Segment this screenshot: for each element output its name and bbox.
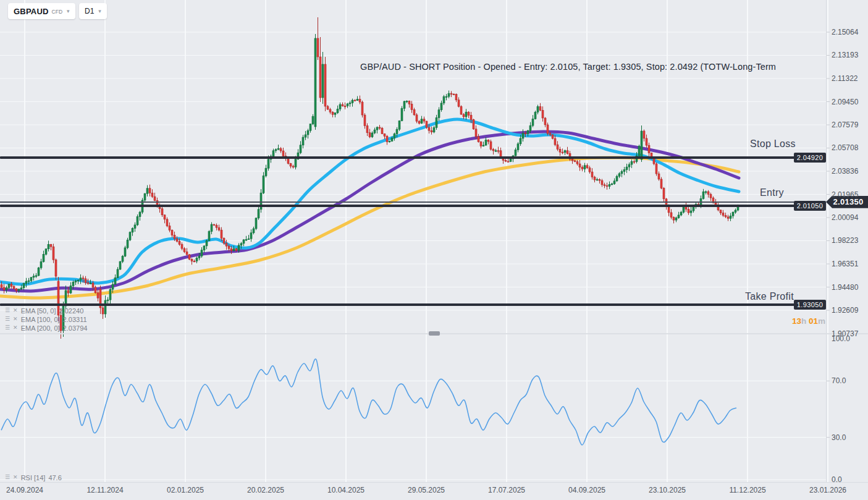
date-axis-label: 23.10.2025 xyxy=(649,486,686,494)
countdown-minutes: 01 xyxy=(809,316,818,326)
date-axis-label: 29.05.2025 xyxy=(408,486,445,494)
position-title: GBP/AUD - SHORT Position - Opened - Entr… xyxy=(360,62,776,72)
take-profit-price-label[interactable]: 1.93050 xyxy=(794,300,826,310)
price-axis-tick: 1.96351 xyxy=(832,260,858,268)
price-axis-tick: 2.03836 xyxy=(832,167,858,176)
legend-value: 2.03794 xyxy=(63,324,88,332)
price-axis-tick: 2.13193 xyxy=(832,51,858,59)
price-axis-tick: 1.92609 xyxy=(832,306,858,315)
date-axis-label: 20.02.2025 xyxy=(247,486,284,494)
indicator-remove-icon[interactable]: ✕ xyxy=(13,324,18,331)
chevron-down-icon: ▾ xyxy=(67,8,70,14)
symbol-label: GBPAUD xyxy=(14,7,49,16)
instrument-type-label: CFD xyxy=(52,9,62,15)
date-axis-label: 23.01.2026 xyxy=(809,486,846,494)
ema200-line xyxy=(0,158,739,298)
countdown-hours-unit: h xyxy=(801,316,806,326)
legend-label: RSI [14] xyxy=(21,474,46,481)
indicator-remove-icon[interactable]: ✕ xyxy=(13,307,18,314)
price-axis-tick: 2.01965 xyxy=(832,190,858,199)
legend-label: EMA [100, 0] xyxy=(21,316,60,323)
indicator-remove-icon[interactable]: ✕ xyxy=(13,316,18,323)
price-axis-tick: 1.94480 xyxy=(832,283,858,292)
legend-value: 2.03311 xyxy=(63,316,87,323)
rsi-axis-tick: 70.0 xyxy=(832,376,846,385)
date-axis-label: 04.09.2025 xyxy=(568,486,605,494)
date-axis-label: 10.04.2025 xyxy=(327,486,364,494)
legend-value: 2.02240 xyxy=(59,307,84,315)
timeframe-button[interactable]: D1 ▾ xyxy=(79,3,107,19)
date-axis-label: 17.07.2025 xyxy=(488,486,525,494)
legend-value: 47.6 xyxy=(48,474,61,481)
countdown-hours: 13 xyxy=(792,316,801,326)
indicator-settings-icon[interactable]: ☰ xyxy=(5,324,10,331)
price-axis-tick: 2.00094 xyxy=(832,213,858,222)
current-price-line xyxy=(0,201,826,203)
entry-line[interactable] xyxy=(0,205,826,207)
price-axis-tick: 1.98223 xyxy=(832,236,858,245)
indicator-settings-icon[interactable]: ☰ xyxy=(5,316,10,323)
take-profit-text: Take Profit xyxy=(745,291,794,302)
legend-ema50: ☰✕ EMA [50, 0] 2.02240 xyxy=(5,307,83,315)
date-axis-label: 24.09.2024 xyxy=(6,486,43,494)
price-axis-tick: 2.07579 xyxy=(832,121,858,129)
take-profit-line[interactable] xyxy=(0,303,826,306)
indicator-settings-icon[interactable]: ☰ xyxy=(5,307,10,314)
price-axis-tick: 2.15064 xyxy=(832,28,858,36)
candle-close-countdown: 13h 01m xyxy=(792,316,825,326)
price-axis-tick: 2.09450 xyxy=(832,98,858,106)
rsi-line xyxy=(1,359,736,445)
countdown-minutes-unit: m xyxy=(818,316,825,326)
date-axis-label: 02.01.2025 xyxy=(167,486,204,494)
stop-loss-text: Stop Loss xyxy=(750,138,796,150)
legend-ema200: ☰✕ EMA [200, 0] 2.03794 xyxy=(5,324,87,332)
pane-resize-handle[interactable] xyxy=(429,331,440,336)
grid xyxy=(0,0,830,482)
timeframe-label: D1 xyxy=(85,7,94,15)
legend-label: EMA [200, 0] xyxy=(21,324,60,332)
indicator-remove-icon[interactable]: ✕ xyxy=(13,474,18,481)
rsi-axis-tick: 0.0 xyxy=(832,475,842,484)
stop-loss-line[interactable] xyxy=(0,156,826,159)
rsi-axis-tick: 30.0 xyxy=(832,433,846,442)
legend-rsi: ☰✕ RSI [14] 47.6 xyxy=(5,473,62,481)
legend-label: EMA [50, 0] xyxy=(21,307,56,315)
legend-ema100: ☰✕ EMA [100, 0] 2.03311 xyxy=(5,315,87,323)
date-axis-label: 12.11.2024 xyxy=(86,486,123,494)
trading-chart-window: 2.04920 2.01050 1.93050 2.01350 Stop Los… xyxy=(0,0,868,500)
date-axis-label: 11.12.2025 xyxy=(729,486,765,494)
chevron-down-icon: ▾ xyxy=(98,8,101,14)
rsi-axis-tick: 100.0 xyxy=(832,334,850,343)
price-axis-tick: 2.11322 xyxy=(832,74,858,83)
entry-price-label[interactable]: 2.01050 xyxy=(794,201,826,211)
entry-text: Entry xyxy=(760,187,784,198)
indicator-settings-icon[interactable]: ☰ xyxy=(5,474,10,481)
chart-canvas[interactable] xyxy=(0,0,868,500)
price-axis-tick: 2.05708 xyxy=(832,143,858,152)
stop-loss-price-label[interactable]: 2.04920 xyxy=(794,153,826,163)
symbol-button[interactable]: GBPAUD CFD ▾ xyxy=(8,3,75,19)
